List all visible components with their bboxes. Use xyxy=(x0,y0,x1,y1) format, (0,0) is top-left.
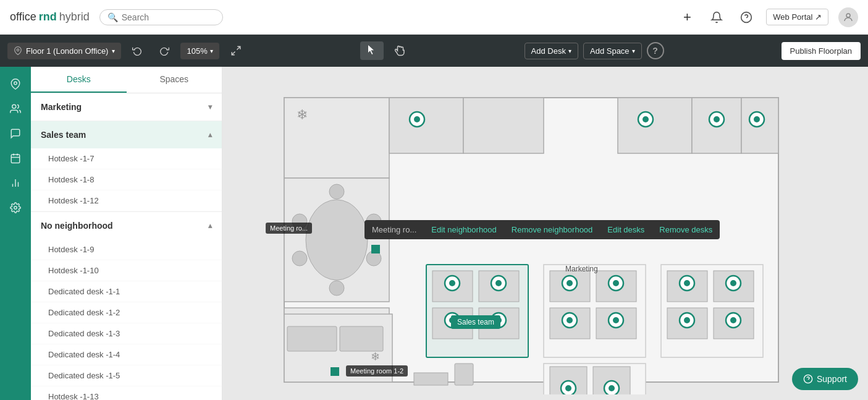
room-label-meeting1: Meeting ro... xyxy=(266,223,312,234)
add-desk-chevron: ▾ xyxy=(568,48,571,54)
sidebar-nav-location[interactable] xyxy=(4,73,27,95)
notifications-button[interactable] xyxy=(707,7,727,27)
undo-icon xyxy=(132,46,142,56)
svg-line-4 xyxy=(237,46,240,49)
sidebar-nav-people[interactable] xyxy=(4,98,27,120)
svg-point-81 xyxy=(609,385,615,391)
user-avatar[interactable] xyxy=(838,7,858,27)
svg-rect-19 xyxy=(389,98,463,153)
sidebar-nav-settings[interactable] xyxy=(4,197,27,219)
hand-icon xyxy=(395,45,406,56)
search-input[interactable] xyxy=(122,12,215,22)
room-label-meeting2: Meeting room 1-2 xyxy=(346,365,408,377)
sidebar-nav-analytics[interactable] xyxy=(4,172,27,194)
left-panel: Desks Spaces Marketing ▾ Sales team ▴ Ho… xyxy=(31,67,222,400)
svg-rect-96 xyxy=(455,364,473,385)
neighborhood-marketing-group: Marketing ▾ xyxy=(31,93,222,121)
svg-point-70 xyxy=(730,280,736,286)
grab-tool-button[interactable] xyxy=(389,41,412,60)
redo-button[interactable] xyxy=(153,42,175,59)
svg-point-25 xyxy=(306,200,368,280)
neighborhood-sales-header[interactable]: Sales team ▴ xyxy=(31,121,222,148)
remove-desks-button[interactable]: Remove desks xyxy=(652,220,720,239)
zoom-selector[interactable]: 105% ▾ xyxy=(180,43,219,59)
svg-line-5 xyxy=(232,52,235,55)
canvas-area[interactable]: ❄ ❄ xyxy=(222,67,868,400)
web-portal-label: Web Portal ↗ xyxy=(773,12,822,22)
svg-point-15 xyxy=(14,206,17,210)
web-portal-button[interactable]: Web Portal ↗ xyxy=(766,9,828,25)
top-navigation: officernd hybrid 🔍 + Web Portal ↗ xyxy=(0,0,868,35)
svg-rect-21 xyxy=(618,98,692,153)
svg-point-68 xyxy=(684,280,690,286)
help-button[interactable] xyxy=(736,7,756,27)
list-item[interactable]: Dedicated desk -1-3 xyxy=(31,323,222,344)
floor-label: Floor 1 (London Office) xyxy=(26,46,108,56)
neighborhood-marketing-name: Marketing xyxy=(41,102,82,112)
list-item[interactable]: Hotdesk -1-10 xyxy=(31,260,222,281)
neighborhood-none-header[interactable]: No neighborhood ▴ xyxy=(31,212,222,239)
tab-desks[interactable]: Desks xyxy=(31,67,127,93)
svg-point-43 xyxy=(495,280,502,286)
sidebar-nav-calendar[interactable] xyxy=(4,147,27,169)
tab-spaces[interactable]: Spaces xyxy=(127,67,222,93)
main-area: Desks Spaces Marketing ▾ Sales team ▴ Ho… xyxy=(0,67,868,400)
svg-point-26 xyxy=(329,184,344,199)
location-nav-icon xyxy=(10,79,21,90)
add-space-label: Add Space xyxy=(590,46,630,56)
list-item[interactable]: Hotdesk -1-12 xyxy=(31,190,222,211)
zoom-chevron: ▾ xyxy=(210,48,213,54)
svg-point-85 xyxy=(643,116,649,122)
cursor-tool-button[interactable] xyxy=(360,41,384,60)
svg-point-2 xyxy=(846,14,850,17)
people-icon xyxy=(10,103,21,114)
svg-point-89 xyxy=(754,116,760,122)
floor-selector[interactable]: Floor 1 (London Office) ▾ xyxy=(7,43,121,59)
calendar-icon xyxy=(10,153,21,164)
add-desk-button[interactable]: Add Desk ▾ xyxy=(525,43,578,59)
edit-neighborhood-button[interactable]: Edit neighborhood xyxy=(424,220,504,239)
add-button[interactable]: + xyxy=(677,7,697,27)
fullscreen-button[interactable] xyxy=(224,41,248,60)
edit-desks-button[interactable]: Edit desks xyxy=(600,220,652,239)
svg-point-61 xyxy=(613,317,619,323)
neighborhood-marketing-header[interactable]: Marketing ▾ xyxy=(31,93,222,121)
list-item[interactable]: Hotdesk -1-13 xyxy=(31,386,222,400)
list-item[interactable]: Dedicated desk -1-4 xyxy=(31,344,222,365)
app-logo: officernd hybrid xyxy=(10,11,90,23)
analytics-icon xyxy=(10,177,21,189)
support-button[interactable]: Support xyxy=(792,368,858,390)
svg-point-74 xyxy=(730,317,736,323)
svg-point-55 xyxy=(567,280,573,286)
redo-icon xyxy=(159,46,169,56)
list-item[interactable]: Dedicated desk -1-1 xyxy=(31,281,222,302)
svg-point-59 xyxy=(567,317,573,323)
svg-point-87 xyxy=(714,116,720,122)
list-item[interactable]: Hotdesk -1-8 xyxy=(31,169,222,190)
search-box[interactable]: 🔍 xyxy=(99,9,223,25)
cursor-icon xyxy=(366,45,377,56)
list-item[interactable]: Hotdesk -1-9 xyxy=(31,239,222,260)
add-space-button[interactable]: Add Space ▾ xyxy=(583,43,642,59)
support-label: Support xyxy=(817,374,847,384)
svg-point-41 xyxy=(449,280,455,286)
publish-floorplan-button[interactable]: Publish Floorplan xyxy=(782,42,861,60)
list-item[interactable]: Hotdesk -1-7 xyxy=(31,148,222,169)
neighborhood-none-name: No neighborhood xyxy=(41,221,113,231)
svg-rect-20 xyxy=(463,98,544,153)
floorplan-help-button[interactable]: ? xyxy=(647,42,664,59)
svg-text:❄: ❄ xyxy=(371,351,380,363)
svg-rect-91 xyxy=(287,326,337,351)
list-item[interactable]: Dedicated desk -1-2 xyxy=(31,302,222,323)
sidebar-nav-messages[interactable] xyxy=(4,122,27,145)
svg-point-3 xyxy=(17,49,19,51)
svg-text:❄: ❄ xyxy=(297,107,308,122)
svg-rect-92 xyxy=(340,326,383,351)
svg-point-57 xyxy=(613,280,619,286)
bell-icon xyxy=(710,11,723,23)
add-space-chevron: ▾ xyxy=(632,48,635,54)
list-item[interactable]: Dedicated desk -1-5 xyxy=(31,365,222,386)
remove-neighborhood-button[interactable]: Remove neighborhood xyxy=(504,220,600,239)
svg-point-79 xyxy=(565,385,571,391)
undo-button[interactable] xyxy=(126,42,148,59)
